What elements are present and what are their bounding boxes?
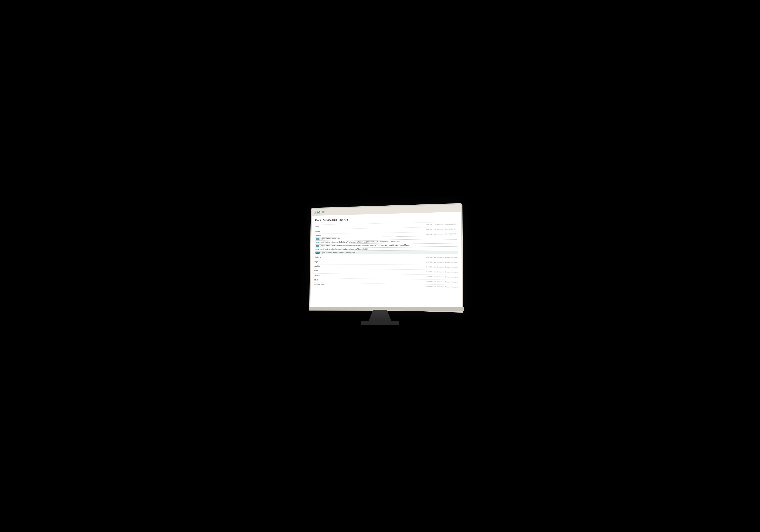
section-name-customer: Customer (314, 256, 426, 258)
expand-operations-article[interactable]: Expand Operations (445, 223, 457, 225)
expand-operations-contact[interactable]: Expand Operations (445, 228, 457, 229)
endpoint-path: /api/Contract/GetContractTemplates/{exte… (320, 248, 368, 250)
expand-operations-contract[interactable]: Expand Operations (445, 233, 457, 234)
section-name-machine: Machine (314, 265, 426, 268)
show-hide-article[interactable]: Show/Hide (426, 224, 432, 225)
show-hide-stock[interactable]: Show/Hide (426, 281, 433, 282)
method-badge-get: GET (315, 238, 319, 240)
section-contract: ContractShow/HideList OperationsExpand O… (315, 232, 457, 254)
section-machine: MachineShow/HideList OperationsExpand Op… (314, 264, 457, 269)
section-name-stock: Stock (314, 279, 426, 282)
show-hide-contract[interactable]: Show/Hide (426, 233, 432, 235)
endpoint-list-contract: GET/api/Contract/Echo/{id}GET/api/Contra… (315, 236, 457, 254)
logo: EVATIC BY ARDLY (314, 210, 325, 214)
method-badge-get: GET (315, 242, 319, 243)
endpoint-path: /api/Contract/ContractByMachine/{externa… (320, 241, 401, 243)
expand-operations-order[interactable]: Expand Operations (445, 271, 457, 273)
expand-operations-stock[interactable]: Expand Operations (445, 281, 458, 282)
endpoint-row[interactable]: POST/api/Contract/InsertContractFromTemp… (315, 251, 457, 254)
expand-operations-supplier-order[interactable]: Expand Operations (445, 286, 458, 288)
list-operations-article[interactable]: List Operations (434, 223, 444, 225)
section-header-customer: CustomerShow/HideList OperationsExpand O… (314, 255, 457, 259)
section-actions-service: Show/HideList OperationsExpand Operation… (426, 276, 457, 278)
show-hide-login[interactable]: Show/Hide (426, 261, 433, 263)
list-operations-service[interactable]: List Operations (434, 276, 444, 278)
sections-container: ArticleShow/HideList OperationsExpand Op… (314, 222, 457, 289)
section-login: LoginShow/HideList OperationsExpand Oper… (314, 260, 457, 264)
section-actions-customer: Show/HideList OperationsExpand Operation… (426, 256, 457, 258)
section-name-article: Article (315, 223, 426, 227)
list-operations-login[interactable]: List Operations (434, 261, 444, 263)
section-actions-supplier-order: Show/HideList OperationsExpand Operation… (426, 286, 458, 288)
section-name-supplier-order: SupplierOrder (314, 283, 426, 287)
list-operations-contract[interactable]: List Operations (434, 233, 444, 235)
list-operations-machine[interactable]: List Operations (434, 266, 444, 268)
expand-operations-machine[interactable]: Expand Operations (445, 266, 457, 268)
monitor: EVATIC BY ARDLY Evatic Service Hub Rest … (295, 200, 465, 332)
section-actions-order: Show/HideList OperationsExpand Operation… (426, 271, 457, 273)
section-customer: CustomerShow/HideList OperationsExpand O… (314, 255, 457, 259)
show-hide-customer[interactable]: Show/Hide (426, 256, 432, 258)
monitor-stand (369, 310, 391, 321)
section-name-contact: Contact (315, 228, 426, 232)
section-actions-article: Show/HideList OperationsExpand Operation… (426, 223, 457, 225)
page-title: Evatic Service Hub Rest API (315, 216, 457, 222)
monitor-base (361, 321, 399, 325)
monitor-screen: EVATIC BY ARDLY Evatic Service Hub Rest … (309, 203, 463, 313)
show-hide-service[interactable]: Show/Hide (426, 276, 433, 277)
show-hide-order[interactable]: Show/Hide (426, 271, 433, 272)
endpoint-path: /api/Contract/InsertContractFromTemplate (321, 252, 355, 254)
section-header-machine: MachineShow/HideList OperationsExpand Op… (314, 264, 457, 269)
show-hide-machine[interactable]: Show/Hide (426, 266, 433, 267)
list-operations-order[interactable]: List Operations (434, 271, 444, 273)
section-header-order: OrderShow/HideList OperationsExpand Oper… (314, 269, 457, 274)
endpoint-row[interactable]: GET/api/Contract/GetContractTemplates/{e… (315, 247, 457, 251)
endpoint-path: /api/Contract/ContractByMachineByCustome… (320, 244, 410, 247)
section-actions-machine: Show/HideList OperationsExpand Operation… (426, 266, 457, 268)
section-name-login: Login (314, 261, 426, 263)
section-order: OrderShow/HideList OperationsExpand Oper… (314, 269, 457, 274)
list-operations-supplier-order[interactable]: List Operations (434, 286, 444, 287)
screen-inner: EVATIC BY ARDLY Evatic Service Hub Rest … (310, 204, 462, 312)
section-actions-contact: Show/HideList OperationsExpand Operation… (426, 228, 457, 230)
section-name-service: Service (314, 274, 426, 278)
method-badge-get: GET (315, 245, 319, 247)
list-operations-customer[interactable]: List Operations (434, 256, 444, 258)
list-operations-contact[interactable]: List Operations (434, 228, 444, 230)
method-badge-get: GET (315, 249, 319, 250)
section-name-order: Order (314, 270, 426, 273)
endpoint-path: /api/Contract/Echo/{id} (320, 238, 340, 240)
section-name-contract: Contract (315, 233, 426, 237)
section-header-login: LoginShow/HideList OperationsExpand Oper… (314, 260, 457, 264)
section-actions-contract: Show/HideList OperationsExpand Operation… (426, 233, 457, 235)
show-hide-supplier-order[interactable]: Show/Hide (426, 286, 433, 287)
show-hide-contact[interactable]: Show/Hide (426, 228, 432, 230)
section-actions-stock: Show/HideList OperationsExpand Operation… (426, 281, 457, 283)
section-actions-login: Show/HideList OperationsExpand Operation… (426, 261, 457, 263)
expand-operations-customer[interactable]: Expand Operations (445, 256, 457, 258)
list-operations-stock[interactable]: List Operations (434, 281, 444, 282)
method-badge-post: POST (315, 252, 319, 254)
expand-operations-login[interactable]: Expand Operations (445, 261, 457, 263)
app-content: Evatic Service Hub Rest API ArticleShow/… (310, 212, 462, 312)
expand-operations-service[interactable]: Expand Operations (445, 276, 458, 278)
